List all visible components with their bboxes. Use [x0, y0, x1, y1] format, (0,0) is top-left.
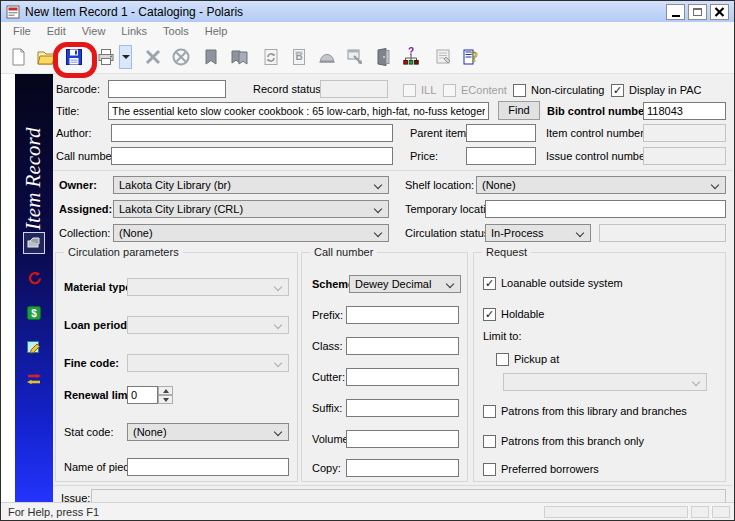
sidebar-item-record-tab[interactable] [23, 232, 45, 254]
circulation-parameters-title: Circulation parameters [64, 245, 183, 260]
status-text: For Help, press F1 [8, 506, 99, 518]
maximize-button[interactable] [688, 4, 707, 20]
item-record-form: Barcode: Record status: ILL EContent Non… [53, 74, 734, 502]
cancel-button [168, 44, 194, 70]
transfer-arrows-icon [26, 371, 42, 387]
save-button[interactable] [61, 44, 87, 70]
loanable-checkbox[interactable]: ✓ Loanable outside system [483, 275, 623, 291]
menu-file[interactable]: File [5, 23, 39, 39]
volume-input[interactable] [346, 430, 459, 448]
assigned-select[interactable]: Lakota City Library (CRL) [113, 200, 389, 218]
non-circulating-checkbox-box[interactable] [513, 84, 526, 97]
non-circulating-checkbox[interactable]: Non-circulating [513, 82, 604, 98]
circulation-status-value: In-Process [491, 227, 544, 239]
menu-tools[interactable]: Tools [155, 23, 197, 39]
close-button[interactable] [710, 4, 729, 20]
sidebar-item-source[interactable]: $ [23, 302, 45, 324]
open-button[interactable] [33, 44, 59, 70]
new-document-button[interactable] [5, 44, 31, 70]
patrons-library-branches-checkbox-label: Patrons from this library and branches [501, 405, 687, 418]
econtent-checkbox-label: EContent [461, 84, 507, 97]
item-control-number-label: Item control number: [546, 124, 647, 142]
sidebar-item-history[interactable] [23, 267, 45, 289]
print-button[interactable] [93, 44, 119, 70]
window-title: New Item Record 1 - Cataloging - Polaris [25, 5, 243, 19]
menu-view[interactable]: View [74, 23, 114, 39]
patrons-library-branches-checkbox-box[interactable] [483, 405, 496, 418]
bib-control-number-input[interactable] [643, 102, 726, 120]
preferred-borrowers-checkbox-box[interactable] [483, 463, 496, 476]
temporary-location-input[interactable] [485, 200, 726, 218]
parent-item-label: Parent item: [410, 124, 469, 142]
shelf-location-select[interactable]: (None) [476, 176, 726, 194]
renewal-limit-input[interactable] [127, 386, 158, 404]
record-status-input [320, 80, 388, 98]
bib-control-number-label: Bib control number: [547, 102, 652, 120]
parent-item-input[interactable] [466, 124, 536, 142]
save-icon [64, 47, 84, 67]
menu-links[interactable]: Links [113, 23, 155, 39]
menu-edit[interactable]: Edit [39, 23, 74, 39]
circulation-status-select[interactable]: In-Process [485, 224, 591, 242]
renewal-limit-spinner[interactable] [158, 386, 173, 404]
title-input[interactable] [108, 102, 489, 120]
request-group: Request ✓ Loanable outside system ✓ Hold… [473, 252, 726, 482]
bib-record-document-icon: B [289, 47, 309, 67]
spinner-down-button[interactable] [158, 395, 173, 404]
holdable-checkbox[interactable]: ✓ Holdable [483, 306, 544, 322]
loanable-checkbox-box[interactable]: ✓ [483, 277, 496, 290]
refresh-record-button [258, 44, 284, 70]
holdable-checkbox-box[interactable]: ✓ [483, 308, 496, 321]
menu-help[interactable]: Help [197, 23, 236, 39]
display-in-pac-checkbox-box[interactable]: ✓ [611, 84, 624, 97]
scheme-select[interactable]: Dewey Decimal [349, 275, 461, 293]
preferred-borrowers-checkbox[interactable]: Preferred borrowers [483, 461, 599, 477]
class-input[interactable] [346, 337, 459, 355]
display-in-pac-checkbox[interactable]: ✓ Display in PAC [611, 82, 702, 98]
price-input[interactable] [466, 147, 536, 165]
owner-select[interactable]: Lakota City Library (br) [113, 176, 389, 194]
help-icon: ? [461, 47, 481, 67]
new-document-icon [8, 47, 28, 67]
author-label: Author: [56, 124, 91, 142]
prefix-label: Prefix: [312, 306, 343, 324]
patrons-library-branches-checkbox[interactable]: Patrons from this library and branches [483, 403, 687, 419]
sidebar-item-transfers[interactable] [23, 368, 45, 390]
patrons-branch-only-checkbox[interactable]: Patrons from this branch only [483, 433, 644, 449]
barcode-input[interactable] [108, 80, 226, 98]
name-of-piece-input[interactable] [127, 458, 289, 476]
collection-label: Collection: [59, 224, 110, 242]
export-button [342, 44, 368, 70]
prefix-input[interactable] [346, 306, 459, 324]
spinner-up-button[interactable] [158, 386, 173, 395]
author-input[interactable] [111, 124, 393, 142]
stat-code-value: (None) [133, 426, 167, 438]
limit-to-label: Limit to: [483, 327, 522, 345]
dome-gauge-icon [317, 47, 337, 67]
pickup-at-checkbox[interactable]: Pickup at [496, 351, 559, 367]
svg-text:$: $ [31, 308, 37, 319]
sidebar-item-notes[interactable] [23, 336, 45, 358]
title-label: Title: [56, 102, 79, 120]
ill-checkbox-label: ILL [421, 84, 436, 97]
cutter-input[interactable] [346, 368, 459, 386]
help-button[interactable]: ? [458, 44, 484, 70]
stat-code-select[interactable]: (None) [127, 423, 289, 441]
collection-select[interactable]: (None) [113, 224, 389, 242]
pickup-at-checkbox-box[interactable] [496, 353, 509, 366]
suffix-input[interactable] [346, 399, 459, 417]
shelf-location-value: (None) [482, 179, 516, 191]
call-number-input[interactable] [111, 147, 393, 165]
econtent-checkbox-box [443, 84, 456, 97]
status-bar: For Help, press F1 [1, 502, 734, 520]
loanable-checkbox-label: Loanable outside system [501, 277, 623, 290]
bookmark-2-button [226, 44, 252, 70]
find-button[interactable]: Find [498, 101, 540, 120]
collection-value: (None) [119, 227, 153, 239]
hierarchy-help-button[interactable]: ? [398, 44, 424, 70]
patrons-branch-only-checkbox-box[interactable] [483, 435, 496, 448]
pickup-at-checkbox-label: Pickup at [514, 353, 559, 366]
minimize-button[interactable] [666, 4, 685, 20]
print-options-button[interactable] [119, 45, 132, 69]
copy-input[interactable] [346, 459, 459, 477]
